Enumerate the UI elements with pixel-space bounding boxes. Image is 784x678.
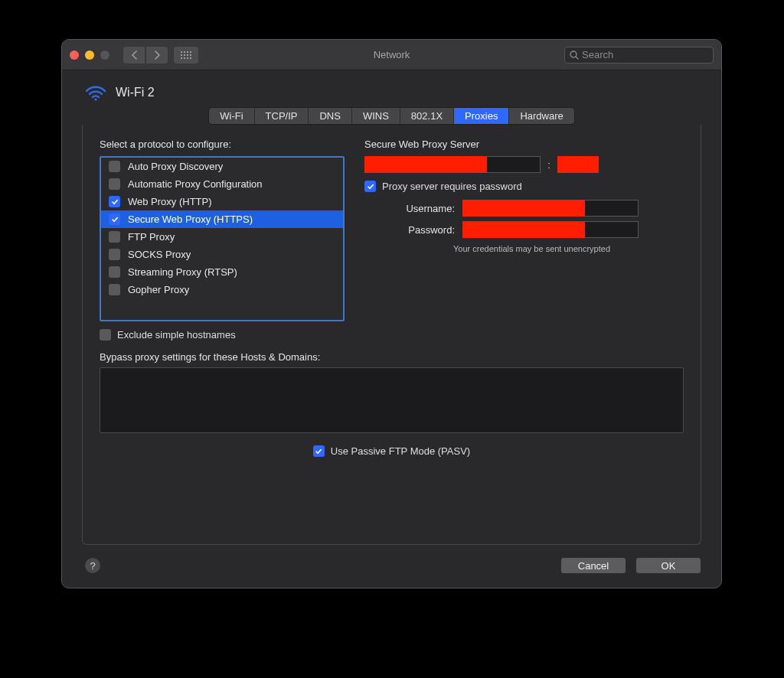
svg-rect-0 bbox=[181, 51, 182, 53]
ok-button[interactable]: OK bbox=[635, 557, 701, 574]
protocol-checkbox-2[interactable] bbox=[109, 196, 120, 207]
protocol-label-2: Web Proxy (HTTP) bbox=[128, 196, 212, 207]
zoom-window-button[interactable] bbox=[100, 51, 109, 60]
tab-802-1x[interactable]: 802.1X bbox=[400, 108, 454, 124]
password-label: Password: bbox=[364, 224, 455, 236]
search-input[interactable] bbox=[582, 49, 708, 60]
exclude-simple-row[interactable]: Exclude simple hostnames bbox=[100, 329, 345, 341]
tab-wins[interactable]: WINS bbox=[352, 108, 400, 124]
tab-dns[interactable]: DNS bbox=[309, 108, 351, 124]
protocol-row-7[interactable]: Gopher Proxy bbox=[101, 281, 343, 298]
protocol-label-4: FTP Proxy bbox=[128, 231, 175, 243]
pasv-label: Use Passive FTP Mode (PASV) bbox=[331, 445, 470, 457]
interface-header: Wi-Fi 2 bbox=[62, 70, 721, 107]
tab-proxies[interactable]: Proxies bbox=[454, 108, 509, 124]
protocol-checkbox-0[interactable] bbox=[109, 161, 120, 172]
protocol-row-0[interactable]: Auto Proxy Discovery bbox=[101, 158, 343, 175]
server-host-field-tail[interactable] bbox=[487, 156, 541, 173]
svg-rect-11 bbox=[190, 57, 191, 59]
help-button[interactable]: ? bbox=[85, 558, 100, 573]
server-address-row: : bbox=[364, 156, 684, 173]
minimize-window-button[interactable] bbox=[85, 51, 94, 60]
protocol-label-6: Streaming Proxy (RTSP) bbox=[128, 266, 237, 278]
tab-hardware[interactable]: Hardware bbox=[509, 108, 573, 124]
tab-bar: Wi-FiTCP/IPDNSWINS802.1XProxiesHardware bbox=[208, 107, 575, 125]
bypass-textarea[interactable] bbox=[100, 367, 684, 433]
server-port-field[interactable] bbox=[557, 156, 599, 173]
protocol-checkbox-3[interactable] bbox=[109, 214, 120, 225]
protocol-label-0: Auto Proxy Discovery bbox=[128, 161, 223, 172]
protocol-row-2[interactable]: Web Proxy (HTTP) bbox=[101, 193, 343, 210]
wifi-icon bbox=[85, 84, 106, 101]
server-port-separator: : bbox=[545, 159, 553, 171]
titlebar: Network bbox=[62, 40, 721, 70]
protocol-label-1: Automatic Proxy Configuration bbox=[128, 178, 263, 190]
password-field[interactable] bbox=[462, 221, 639, 238]
server-host-field[interactable] bbox=[364, 156, 487, 173]
search-icon bbox=[570, 51, 579, 60]
interface-name: Wi-Fi 2 bbox=[116, 86, 155, 99]
pasv-row[interactable]: Use Passive FTP Mode (PASV) bbox=[100, 445, 684, 457]
search-field[interactable] bbox=[564, 47, 714, 64]
prefs-window: Network Wi-Fi 2 Wi-FiTCP/IPDNSWINS802.1X… bbox=[61, 39, 722, 588]
protocol-checkbox-6[interactable] bbox=[109, 266, 120, 278]
svg-rect-3 bbox=[190, 51, 191, 53]
protocol-heading: Select a protocol to configure: bbox=[100, 139, 345, 150]
tab-wi-fi[interactable]: Wi-Fi bbox=[209, 108, 254, 124]
back-button[interactable] bbox=[123, 47, 145, 64]
protocol-row-3[interactable]: Secure Web Proxy (HTTPS) bbox=[101, 210, 343, 228]
credentials-note: Your credentials may be sent unencrypted bbox=[364, 244, 684, 253]
svg-rect-1 bbox=[184, 51, 185, 53]
requires-password-row[interactable]: Proxy server requires password bbox=[364, 181, 684, 192]
tab-tcp-ip[interactable]: TCP/IP bbox=[255, 108, 309, 124]
svg-rect-9 bbox=[184, 57, 185, 59]
protocol-list[interactable]: Auto Proxy DiscoveryAutomatic Proxy Conf… bbox=[100, 156, 345, 321]
svg-rect-4 bbox=[181, 54, 182, 56]
protocol-row-6[interactable]: Streaming Proxy (RTSP) bbox=[101, 263, 343, 281]
cancel-button[interactable]: Cancel bbox=[560, 557, 626, 574]
svg-line-13 bbox=[576, 57, 578, 59]
close-window-button[interactable] bbox=[70, 51, 79, 60]
pasv-checkbox[interactable] bbox=[313, 445, 325, 457]
svg-rect-6 bbox=[187, 54, 188, 56]
protocol-row-4[interactable]: FTP Proxy bbox=[101, 228, 343, 246]
proxies-panel: Select a protocol to configure: Auto Pro… bbox=[82, 125, 701, 545]
username-label: Username: bbox=[364, 203, 455, 214]
requires-password-checkbox[interactable] bbox=[364, 181, 376, 192]
exclude-simple-label: Exclude simple hostnames bbox=[117, 329, 236, 341]
bottom-bar: ? Cancel OK bbox=[62, 557, 721, 588]
svg-rect-8 bbox=[181, 57, 182, 59]
svg-rect-2 bbox=[187, 51, 188, 53]
nav-buttons bbox=[123, 47, 168, 64]
requires-password-label: Proxy server requires password bbox=[382, 181, 522, 192]
protocol-checkbox-7[interactable] bbox=[109, 284, 120, 295]
svg-rect-5 bbox=[184, 54, 185, 56]
server-heading: Secure Web Proxy Server bbox=[364, 139, 684, 150]
svg-point-14 bbox=[94, 98, 96, 100]
username-field[interactable] bbox=[462, 200, 639, 217]
protocol-row-5[interactable]: SOCKS Proxy bbox=[101, 246, 343, 263]
forward-button[interactable] bbox=[146, 47, 168, 64]
svg-rect-10 bbox=[187, 57, 188, 59]
protocol-label-7: Gopher Proxy bbox=[128, 284, 189, 295]
bypass-label: Bypass proxy settings for these Hosts & … bbox=[100, 351, 684, 363]
protocol-checkbox-5[interactable] bbox=[109, 249, 120, 260]
protocol-label-3: Secure Web Proxy (HTTPS) bbox=[128, 214, 253, 225]
svg-rect-7 bbox=[190, 54, 191, 56]
protocol-label-5: SOCKS Proxy bbox=[128, 249, 191, 260]
protocol-row-1[interactable]: Automatic Proxy Configuration bbox=[101, 175, 343, 193]
show-all-button[interactable] bbox=[174, 47, 198, 64]
window-controls bbox=[70, 51, 109, 60]
protocol-checkbox-1[interactable] bbox=[109, 178, 120, 190]
exclude-simple-checkbox[interactable] bbox=[100, 329, 111, 341]
protocol-checkbox-4[interactable] bbox=[109, 231, 120, 243]
